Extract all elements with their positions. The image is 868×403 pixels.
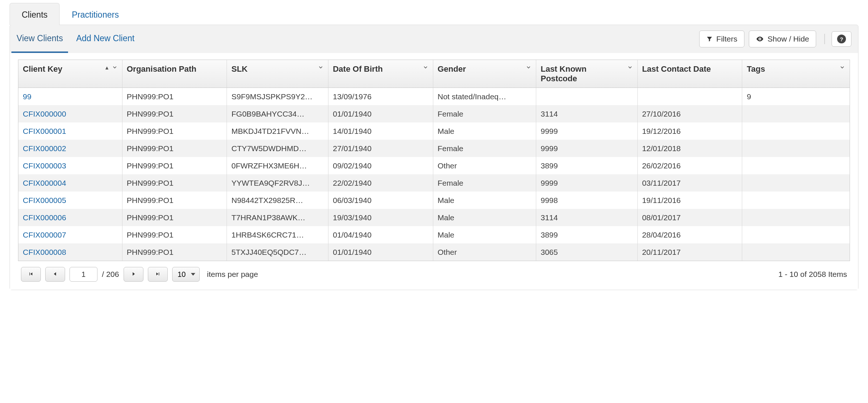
toolbar-divider <box>824 34 825 44</box>
cell-client_key[interactable]: CFIX000002 <box>18 140 122 157</box>
tab-clients[interactable]: Clients <box>10 3 60 25</box>
pager-range-label: 1 - 10 of 2058 Items <box>778 270 847 279</box>
cell-org_path: PHN999:PO1 <box>122 105 227 122</box>
client-key-link[interactable]: CFIX000006 <box>23 213 66 222</box>
cell-tags <box>742 140 850 157</box>
cell-gender: Not stated/Inadeq… <box>433 88 536 105</box>
cell-postcode: 9998 <box>536 192 638 209</box>
cell-postcode <box>536 88 638 105</box>
cell-dob: 06/03/1940 <box>328 192 433 209</box>
cell-tags <box>742 174 850 192</box>
client-key-link[interactable]: CFIX000001 <box>23 127 66 135</box>
column-menu-icon[interactable] <box>423 64 428 70</box>
table-row: CFIX000004PHN999:PO1YYWTEA9QF2RV8J…22/02… <box>18 174 850 192</box>
cell-last_contact: 19/11/2016 <box>638 192 743 209</box>
client-key-link[interactable]: CFIX000005 <box>23 196 66 204</box>
client-key-link[interactable]: 99 <box>23 92 31 101</box>
filter-icon <box>706 36 713 42</box>
cell-gender: Female <box>433 140 536 157</box>
cell-org_path: PHN999:PO1 <box>122 157 227 174</box>
cell-postcode: 3114 <box>536 209 638 226</box>
cell-client_key[interactable]: CFIX000003 <box>18 157 122 174</box>
client-key-link[interactable]: CFIX000002 <box>23 144 66 153</box>
pager-page-size-select[interactable]: 10 <box>172 267 200 282</box>
subtab-view-clients[interactable]: View Clients <box>17 25 63 53</box>
help-button[interactable]: ? <box>832 31 851 47</box>
filters-button-label: Filters <box>716 35 737 43</box>
cell-slk: YYWTEA9QF2RV8J… <box>227 174 328 192</box>
toolbar: View Clients Add New Client Filters <box>10 25 858 53</box>
cell-gender: Male <box>433 192 536 209</box>
col-header-last-contact[interactable]: Last Contact Date <box>638 60 743 88</box>
column-menu-icon[interactable] <box>627 64 633 70</box>
cell-tags <box>742 122 850 140</box>
cell-postcode: 3899 <box>536 226 638 243</box>
col-header-postcode-label: Last Known Postcode <box>541 64 625 83</box>
cell-last_contact: 08/01/2017 <box>638 209 743 226</box>
cell-client_key[interactable]: CFIX000001 <box>18 122 122 140</box>
cell-last_contact: 03/11/2017 <box>638 174 743 192</box>
cell-last_contact: 12/01/2018 <box>638 140 743 157</box>
cell-postcode: 3899 <box>536 157 638 174</box>
cell-tags <box>742 243 850 261</box>
col-header-client-key[interactable]: Client Key ▲ <box>18 60 122 88</box>
subtab-add-new-client-label: Add New Client <box>76 33 135 43</box>
client-key-link[interactable]: CFIX000000 <box>23 110 66 118</box>
column-menu-icon[interactable] <box>526 64 531 70</box>
cell-client_key[interactable]: CFIX000000 <box>18 105 122 122</box>
column-menu-icon[interactable] <box>112 64 118 70</box>
cell-org_path: PHN999:PO1 <box>122 209 227 226</box>
table-row: CFIX000006PHN999:PO1T7HRAN1P38AWK…19/03/… <box>18 209 850 226</box>
cell-tags <box>742 192 850 209</box>
tab-practitioners-label: Practitioners <box>72 10 119 19</box>
col-header-organisation-path[interactable]: Organisation Path <box>122 60 227 88</box>
cell-last_contact <box>638 88 743 105</box>
next-page-icon <box>131 271 136 278</box>
subtab-add-new-client[interactable]: Add New Client <box>76 25 135 53</box>
help-icon: ? <box>837 35 846 43</box>
cell-postcode: 3114 <box>536 105 638 122</box>
col-header-postcode[interactable]: Last Known Postcode <box>536 60 638 88</box>
cell-dob: 22/02/1940 <box>328 174 433 192</box>
pager-first-button[interactable] <box>21 267 41 282</box>
cell-client_key[interactable]: 99 <box>18 88 122 105</box>
cell-client_key[interactable]: CFIX000006 <box>18 209 122 226</box>
pager: / 206 10 <box>18 263 850 282</box>
pager-next-button[interactable] <box>124 267 143 282</box>
client-key-link[interactable]: CFIX000004 <box>23 179 66 187</box>
tab-practitioners[interactable]: Practitioners <box>60 3 131 25</box>
cell-client_key[interactable]: CFIX000007 <box>18 226 122 243</box>
cell-gender: Male <box>433 122 536 140</box>
cell-client_key[interactable]: CFIX000004 <box>18 174 122 192</box>
client-key-link[interactable]: CFIX000007 <box>23 231 66 239</box>
table-row: CFIX000007PHN999:PO11HRB4SK6CRC71…01/04/… <box>18 226 850 243</box>
cell-org_path: PHN999:PO1 <box>122 122 227 140</box>
cell-gender: Other <box>433 157 536 174</box>
column-menu-icon[interactable] <box>839 64 845 70</box>
client-key-link[interactable]: CFIX000008 <box>23 248 66 256</box>
cell-tags <box>742 105 850 122</box>
client-key-link[interactable]: CFIX000003 <box>23 161 66 170</box>
cell-tags <box>742 226 850 243</box>
col-header-tags[interactable]: Tags <box>742 60 850 88</box>
col-header-gender[interactable]: Gender <box>433 60 536 88</box>
column-menu-icon[interactable] <box>318 64 324 70</box>
table-row: CFIX000005PHN999:PO1N98442TX29825R…06/03… <box>18 192 850 209</box>
col-header-dob-label: Date Of Birth <box>333 64 383 74</box>
pager-prev-button[interactable] <box>45 267 65 282</box>
cell-client_key[interactable]: CFIX000008 <box>18 243 122 261</box>
clients-panel: View Clients Add New Client Filters <box>10 25 858 290</box>
cell-client_key[interactable]: CFIX000005 <box>18 192 122 209</box>
col-header-dob[interactable]: Date Of Birth <box>328 60 433 88</box>
show-hide-button[interactable]: Show / Hide <box>749 31 816 47</box>
pager-last-button[interactable] <box>148 267 168 282</box>
last-page-icon <box>155 271 161 278</box>
cell-last_contact: 20/11/2017 <box>638 243 743 261</box>
cell-org_path: PHN999:PO1 <box>122 226 227 243</box>
cell-gender: Male <box>433 209 536 226</box>
filters-button[interactable]: Filters <box>699 31 744 47</box>
cell-slk: 5TXJJ40EQ5QDC7… <box>227 243 328 261</box>
col-header-slk-label: SLK <box>231 64 248 74</box>
pager-page-input[interactable] <box>70 267 97 282</box>
col-header-slk[interactable]: SLK <box>227 60 328 88</box>
